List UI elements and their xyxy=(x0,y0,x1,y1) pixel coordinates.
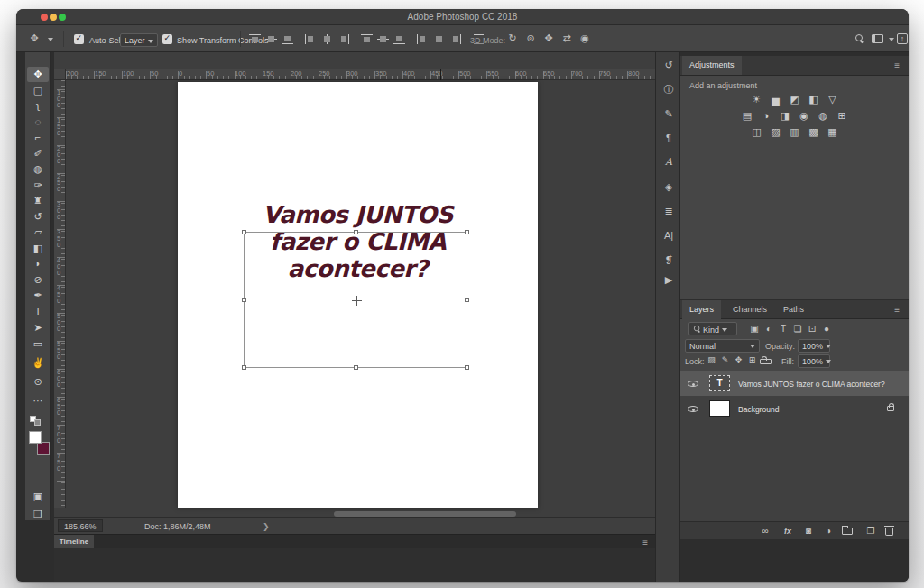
timeline-menu-icon[interactable]: ≡ xyxy=(642,537,648,547)
channel-mixer-icon[interactable]: ◍ xyxy=(817,110,829,126)
exposure-icon[interactable]: ◧ xyxy=(808,94,820,110)
transform-handle-top-left[interactable] xyxy=(242,230,246,234)
tab-adjustments[interactable]: Adjustments xyxy=(682,56,742,75)
more-tools[interactable]: ⋯ xyxy=(27,393,49,409)
3d-roll-icon[interactable]: ⊚ xyxy=(523,32,538,44)
black-white-icon[interactable]: ◨ xyxy=(779,110,791,126)
layer-row-background[interactable]: Background xyxy=(680,396,909,421)
delete-layer-icon[interactable] xyxy=(885,528,893,536)
tool-preset-chevron-icon[interactable] xyxy=(48,38,53,41)
background-color-swatch[interactable] xyxy=(37,442,50,455)
transform-handle-top-center[interactable] xyxy=(354,230,358,234)
paragraph-styles-panel-icon[interactable]: ❡ xyxy=(656,251,681,269)
brush-tool[interactable]: ✑ xyxy=(27,178,49,193)
transform-handle-bottom-center[interactable] xyxy=(354,365,358,370)
adjustment-layer-icon[interactable]: ◑ xyxy=(821,525,836,537)
status-chevron-icon[interactable]: ❯ xyxy=(263,522,270,531)
3d-orbit-icon[interactable]: ↻ xyxy=(505,32,520,44)
3d-panel-icon[interactable]: ◈ xyxy=(656,178,681,196)
distribute-bottom-edges-icon[interactable] xyxy=(393,34,405,44)
filter-shape-icon[interactable]: ❏ xyxy=(792,324,803,334)
auto-select-checkbox[interactable] xyxy=(74,34,84,44)
share-icon[interactable]: ↑ xyxy=(897,33,908,44)
opacity-field[interactable]: 100% xyxy=(798,339,830,353)
glyphs-panel-icon[interactable]: A xyxy=(656,153,681,171)
vibrance-icon[interactable]: ▽ xyxy=(827,94,839,110)
filter-smart-object-icon[interactable]: ⊡ xyxy=(807,324,818,334)
distribute-horizontal-centers-icon[interactable] xyxy=(433,34,445,44)
horizontal-ruler[interactable]: 2001501005005010015020025030035040045050… xyxy=(66,69,655,80)
transform-handle-bottom-right[interactable] xyxy=(465,365,469,370)
posterize-icon[interactable]: ▨ xyxy=(770,126,782,142)
transform-handle-top-right[interactable] xyxy=(465,230,469,234)
lock-artboard-icon[interactable]: ⊞ xyxy=(746,355,758,364)
align-horizontal-centers-icon[interactable] xyxy=(321,34,333,44)
distribute-top-edges-icon[interactable] xyxy=(361,34,373,44)
zoom-level-field[interactable]: 185,66% xyxy=(58,519,103,532)
3d-slide-icon[interactable]: ⇄ xyxy=(559,32,574,44)
layer-mask-icon[interactable]: ◙ xyxy=(801,525,816,537)
distribute-vertical-centers-icon[interactable] xyxy=(377,34,389,44)
lock-transparent-icon[interactable]: ▨ xyxy=(706,355,717,364)
tab-layers[interactable]: Layers xyxy=(682,300,721,319)
filter-adjustment-icon[interactable]: ◐ xyxy=(763,324,774,334)
lock-position-icon[interactable]: ✥ xyxy=(733,355,744,364)
auto-select-dropdown[interactable]: Layer xyxy=(120,33,158,47)
invert-icon[interactable]: ◫ xyxy=(751,126,763,142)
clone-stamp-tool[interactable]: ♜ xyxy=(27,193,49,208)
zoom-tool[interactable]: ⊙ xyxy=(27,374,49,390)
adjustments-menu-icon[interactable]: ≡ xyxy=(894,60,900,70)
align-right-edges-icon[interactable] xyxy=(337,34,349,44)
character-panel-icon[interactable]: A| xyxy=(656,226,681,244)
dodge-tool[interactable]: ⊘ xyxy=(27,272,49,288)
distribute-left-edges-icon[interactable] xyxy=(417,34,429,44)
eraser-tool[interactable]: ▱ xyxy=(27,225,49,240)
text-layer-thumbnail[interactable]: T xyxy=(709,375,730,391)
crop-tool[interactable]: ⌐ xyxy=(27,130,49,145)
blur-tool[interactable]: ◗ xyxy=(27,256,49,271)
tab-paths[interactable]: Paths xyxy=(776,300,811,319)
path-selection-tool[interactable]: ➤ xyxy=(27,320,49,335)
align-top-edges-icon[interactable] xyxy=(249,34,261,44)
lasso-tool[interactable]: ʅ xyxy=(27,98,49,114)
filter-type-icon[interactable]: T xyxy=(778,324,789,334)
paragraph-panel-icon[interactable]: ¶ xyxy=(656,129,681,147)
eyedropper-tool[interactable]: ✐ xyxy=(27,146,49,161)
lock-image-icon[interactable]: ✎ xyxy=(719,355,731,364)
healing-brush-tool[interactable]: ◍ xyxy=(27,161,49,177)
filter-pixel-icon[interactable]: ▣ xyxy=(749,324,760,334)
quick-selection-tool[interactable]: ◌ xyxy=(27,115,49,130)
actions-panel-icon[interactable]: ▶ xyxy=(656,271,681,289)
filter-toggle-icon[interactable]: ● xyxy=(821,324,832,334)
distribute-right-edges-icon[interactable] xyxy=(449,34,461,44)
ruler-origin-corner[interactable] xyxy=(54,69,66,80)
curves-icon[interactable]: ◩ xyxy=(789,94,801,110)
search-icon[interactable] xyxy=(855,34,864,42)
3d-camera-icon[interactable]: ◉ xyxy=(578,32,592,44)
tab-timeline[interactable]: Timeline xyxy=(54,535,94,549)
pen-tool[interactable]: ✒ xyxy=(27,288,49,303)
vertical-ruler[interactable]: 1001502002503003504004505005506006507007… xyxy=(54,80,66,508)
show-transform-checkbox[interactable] xyxy=(162,34,172,44)
swap-colors-icon[interactable] xyxy=(34,419,41,426)
screen-mode-icon[interactable]: ❐ xyxy=(27,507,49,522)
levels-icon[interactable]: ▅ xyxy=(770,94,782,110)
new-layer-icon[interactable]: ❐ xyxy=(864,525,878,537)
quick-mask-icon[interactable]: ▣ xyxy=(27,489,49,504)
color-lookup-icon[interactable]: ⊞ xyxy=(836,110,848,126)
rectangle-tool[interactable]: ▭ xyxy=(27,336,49,352)
new-group-icon[interactable] xyxy=(842,528,853,535)
transform-handle-middle-right[interactable] xyxy=(465,298,469,302)
gradient-map-icon[interactable]: ▩ xyxy=(808,126,820,142)
move-tool[interactable]: ✥ xyxy=(27,67,49,82)
marquee-tool[interactable]: ▢ xyxy=(27,83,49,98)
transform-bounding-box[interactable] xyxy=(244,232,467,368)
transform-handle-bottom-left[interactable] xyxy=(242,365,246,370)
background-layer-thumbnail[interactable] xyxy=(709,400,730,417)
align-vertical-centers-icon[interactable] xyxy=(265,34,277,44)
gradient-tool[interactable]: ◧ xyxy=(27,241,49,256)
layer-filter-dropdown[interactable]: Kind xyxy=(688,322,737,335)
layer-visibility-icon[interactable] xyxy=(688,381,698,387)
history-brush-tool[interactable]: ↺ xyxy=(27,209,49,225)
tab-channels[interactable]: Channels xyxy=(725,300,774,319)
